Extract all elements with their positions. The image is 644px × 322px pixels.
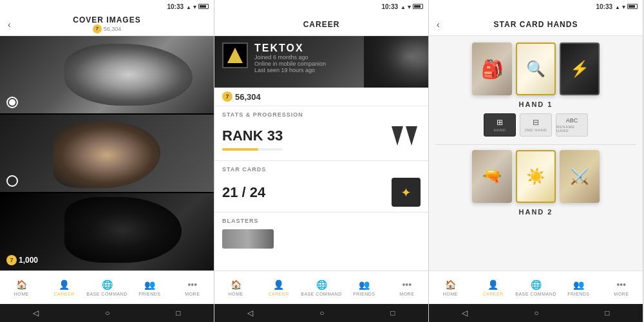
nav-more-1[interactable]: ••• MORE <box>171 279 214 296</box>
header-score-1: 56,304 <box>104 26 122 32</box>
cover-image-vader[interactable]: 7 1,000 <box>0 193 214 270</box>
android-home-3[interactable]: ○ <box>534 308 538 317</box>
nav-career-label-3: CAREER <box>483 292 504 296</box>
friends-icon-2: 👥 <box>357 279 370 290</box>
back-button-3[interactable]: ‹ <box>437 19 440 30</box>
cover-images-list: 7 1,000 <box>0 36 214 270</box>
android-home-2[interactable]: ○ <box>319 308 324 317</box>
card-dark[interactable] <box>560 43 600 95</box>
cover-radio-trooper[interactable] <box>6 97 18 108</box>
android-nav-1: ◁ ○ □ <box>0 304 214 322</box>
home-icon-3: 🏠 <box>444 279 457 290</box>
career-icon-2: 👤 <box>272 279 285 290</box>
chevron-left <box>392 126 403 146</box>
nav-career-label-2: CAREER <box>269 292 289 296</box>
nav-home-label-2: HOME <box>229 292 243 296</box>
hand-btn-rename-icon: ABC <box>566 117 578 124</box>
career-icon-3: 👤 <box>487 279 500 290</box>
career-info: TEKTOX Joined 6 months ago Online in mob… <box>254 43 326 73</box>
nav-base-2[interactable]: 🌐 BASE COMMAND <box>300 279 343 296</box>
android-back-2[interactable]: ◁ <box>247 308 253 317</box>
battery-icon-2 <box>413 4 423 9</box>
cover-image-trooper[interactable] <box>0 36 214 115</box>
nav-more-label-2: MORE <box>399 292 414 296</box>
header-1: ‹ COVER IMAGES 7 56,304 <box>0 13 214 36</box>
signal-icon-3 <box>615 3 620 10</box>
cover-radio-luke[interactable] <box>6 175 18 187</box>
panel-star-card-hands: 10:33 ‹ STAR CARD HANDS HAND 1 ⊞ HAND <box>429 0 643 322</box>
nav-more-3[interactable]: ••• MORE <box>600 279 643 296</box>
career-status: Online in mobile companion <box>254 61 326 67</box>
home-icon-2: 🏠 <box>229 279 242 290</box>
nav-base-label-2: BASE COMMAND <box>301 292 342 296</box>
hand-1-section: HAND 1 ⊞ HAND ⊟ 2ND HAND ABC RENAME HAND <box>435 43 636 137</box>
hand-1-label: HAND 1 <box>435 100 636 108</box>
android-home-1[interactable]: ○ <box>105 308 109 317</box>
more-icon-1: ••• <box>186 279 199 290</box>
stat-rank-row: RANK 33 <box>222 123 421 155</box>
panel-cover-images: 10:33 ‹ COVER IMAGES 7 56,304 7 <box>0 0 214 322</box>
android-back-3[interactable]: ◁ <box>462 308 468 317</box>
hand-2-cards <box>435 150 636 203</box>
hand-btn-hand-label: HAND <box>493 128 506 132</box>
nav-base-1[interactable]: 🌐 BASE COMMAND <box>86 279 128 296</box>
nav-friends-1[interactable]: 👥 FRIENDS <box>128 279 171 296</box>
bottom-nav-2: 🏠 HOME 👤 CAREER 🌐 BASE COMMAND 👥 FRIENDS… <box>214 270 428 304</box>
card-backpack[interactable] <box>472 43 512 95</box>
nav-career-2[interactable]: 👤 CAREER <box>257 279 299 296</box>
base-icon-3: 🌐 <box>529 279 542 290</box>
header-title-2: CAREER <box>303 20 340 29</box>
nav-career-3[interactable]: 👤 CAREER <box>471 279 514 296</box>
cover-image-luke[interactable] <box>0 115 214 193</box>
starcard-content: HAND 1 ⊞ HAND ⊟ 2ND HAND ABC RENAME HAND <box>429 36 643 270</box>
hand-1-cards <box>435 43 636 95</box>
career-icon-1: 👤 <box>58 279 71 290</box>
career-content: TEKTOX Joined 6 months ago Online in mob… <box>214 36 428 270</box>
star-cards-icon <box>392 178 421 207</box>
nav-more-2[interactable]: ••• MORE <box>386 279 428 296</box>
hand-btn-2nd-icon: ⊟ <box>533 118 539 127</box>
nav-friends-2[interactable]: 👥 FRIENDS <box>343 279 385 296</box>
android-recent-3[interactable]: □ <box>605 308 609 317</box>
panel-career: 10:33 CAREER TEKTOX Joined 6 months ago … <box>214 0 429 322</box>
nav-base-label-1: BASE COMMAND <box>86 292 128 296</box>
nav-friends-3[interactable]: 👥 FRIENDS <box>557 279 600 296</box>
rank-progress-fill <box>222 148 258 151</box>
nav-home-2[interactable]: 🏠 HOME <box>214 279 257 296</box>
back-button-1[interactable]: ‹ <box>8 19 11 30</box>
nav-home-3[interactable]: 🏠 HOME <box>429 279 471 296</box>
battery-icon-3 <box>627 4 638 9</box>
hand-btn-2nd-hand[interactable]: ⊟ 2ND HAND <box>520 113 552 137</box>
android-recent-1[interactable]: □ <box>176 308 180 317</box>
nav-home-label-1: HOME <box>14 292 29 296</box>
star-cards-value: 21 / 24 <box>222 184 265 201</box>
nav-friends-label-2: FRIENDS <box>353 292 375 296</box>
status-bar-3: 10:33 <box>429 0 643 13</box>
time-1: 10:33 <box>167 3 184 10</box>
bottom-nav-1: 🏠 HOME 👤 CAREER 🌐 BASE COMMAND 👥 FRIENDS… <box>0 270 214 304</box>
hand-1-buttons: ⊞ HAND ⊟ 2ND HAND ABC RENAME HAND <box>435 113 636 137</box>
score-badge-1: 7 <box>93 24 102 33</box>
card-sun[interactable] <box>516 150 556 203</box>
nav-home-1[interactable]: 🏠 HOME <box>0 279 43 296</box>
card-lens[interactable] <box>516 43 556 95</box>
card-rifle[interactable] <box>472 150 512 203</box>
home-icon-1: 🏠 <box>15 279 28 290</box>
career-name: TEKTOX <box>254 43 326 54</box>
status-icons-1 <box>186 3 209 10</box>
career-logo <box>222 43 248 68</box>
android-recent-2[interactable]: □ <box>390 308 395 317</box>
hand-btn-rename[interactable]: ABC RENAME HAND <box>556 113 588 137</box>
status-bar-2: 10:33 <box>214 0 428 13</box>
hand-btn-hand[interactable]: ⊞ HAND <box>484 113 516 137</box>
logo-triangle <box>227 48 243 63</box>
nav-career-1[interactable]: 👤 CAREER <box>43 279 85 296</box>
signal-icon-1 <box>186 3 191 10</box>
nav-base-3[interactable]: 🌐 BASE COMMAND <box>515 279 557 296</box>
chevron-right <box>406 126 417 146</box>
stat-blasters-label: BLASTERS <box>222 218 421 224</box>
card-sword[interactable] <box>560 150 600 203</box>
android-back-1[interactable]: ◁ <box>33 308 39 317</box>
stat-progression: STATS & PROGRESSION RANK 33 <box>214 106 428 160</box>
nav-base-label-3: BASE COMMAND <box>515 292 556 296</box>
